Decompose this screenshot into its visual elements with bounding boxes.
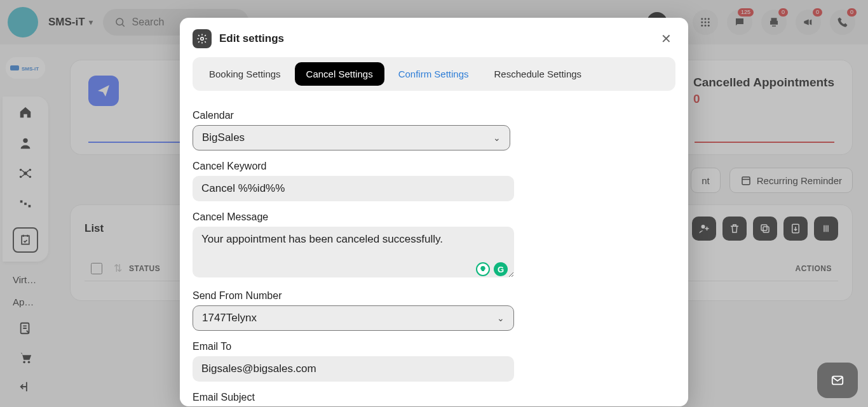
modal-overlay[interactable]: Edit settings ✕ Booking Settings Cancel …: [0, 0, 868, 407]
cancel-keyword-input[interactable]: [193, 176, 514, 201]
chevron-down-icon: ⌄: [497, 313, 505, 323]
settings-icon-tile: [193, 29, 212, 48]
tab-cancel-settings[interactable]: Cancel Settings: [295, 62, 384, 86]
gear-icon: [196, 33, 208, 44]
label-email-subject: Email Subject: [193, 392, 675, 403]
cancel-settings-form: Calendar BigSales ⌄ Cancel Keyword Cance…: [193, 103, 675, 406]
settings-tabs: Booking Settings Cancel Settings Confirm…: [193, 57, 675, 91]
send-from-select[interactable]: 1747Telynx ⌄: [193, 305, 514, 331]
svg-point-27: [201, 37, 204, 41]
edit-settings-modal: Edit settings ✕ Booking Settings Cancel …: [180, 18, 688, 406]
email-to-input[interactable]: [193, 356, 514, 382]
calendar-select-value: BigSales: [202, 131, 245, 144]
label-calendar: Calendar: [193, 110, 675, 121]
tab-confirm-settings[interactable]: Confirm Settings: [387, 62, 480, 86]
calendar-select[interactable]: BigSales ⌄: [193, 125, 510, 150]
chevron-down-icon: ⌄: [493, 133, 501, 143]
textarea-assist-icons: G: [476, 262, 508, 276]
send-from-value: 1747Telynx: [202, 312, 257, 324]
mail-icon: [829, 373, 846, 387]
modal-title: Edit settings: [219, 32, 284, 45]
bulb-icon[interactable]: [476, 262, 490, 276]
modal-header: Edit settings ✕: [193, 27, 675, 57]
label-send-from: Send From Number: [193, 290, 675, 302]
help-chat-button[interactable]: [817, 363, 858, 398]
grammarly-icon[interactable]: G: [494, 262, 508, 276]
tab-booking-settings[interactable]: Booking Settings: [198, 62, 292, 86]
tab-reschedule-settings[interactable]: Reschedule Settings: [483, 62, 593, 86]
modal-close-button[interactable]: ✕: [656, 29, 675, 48]
close-icon: ✕: [661, 31, 672, 46]
cancel-message-textarea[interactable]: [193, 227, 514, 277]
label-cancel-keyword: Cancel Keyword: [193, 161, 675, 172]
label-email-to: Email To: [193, 341, 675, 352]
label-cancel-message: Cancel Message: [193, 211, 675, 223]
